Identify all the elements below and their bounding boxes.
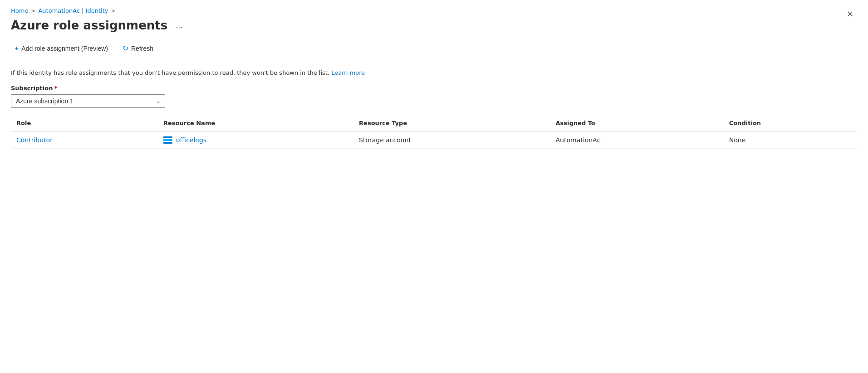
plus-icon: + (15, 44, 19, 53)
role-assignments-table: Role Resource Name Resource Type Assigne… (11, 115, 857, 149)
col-header-assigned-to: Assigned To (550, 115, 724, 131)
close-button[interactable]: ✕ (843, 7, 857, 21)
toolbar: + Add role assignment (Preview) ↻ Refres… (11, 41, 857, 61)
breadcrumb: Home > AutomationAc | Identity > (11, 7, 857, 14)
subscription-dropdown[interactable]: Azure subscription 1 (11, 94, 165, 108)
page-title: Azure role assignments (11, 19, 167, 32)
table-header-row: Role Resource Name Resource Type Assigne… (11, 115, 857, 131)
cell-resource-type: Storage account (353, 131, 550, 149)
add-role-label: Add role assignment (Preview) (21, 45, 108, 52)
info-text-middle: they won't be shown in the list. (237, 69, 329, 76)
cell-condition: None (724, 131, 857, 149)
ellipsis-menu-button[interactable]: ... (172, 19, 186, 32)
col-header-resource-name: Resource Name (158, 115, 353, 131)
refresh-label: Refresh (131, 45, 153, 52)
add-role-assignment-button[interactable]: + Add role assignment (Preview) (11, 42, 112, 55)
storage-account-icon (163, 136, 172, 144)
col-header-condition: Condition (724, 115, 857, 131)
role-link[interactable]: Contributor (16, 136, 53, 144)
breadcrumb-automation[interactable]: AutomationAc | Identity (38, 7, 108, 14)
info-banner: If this identity has role assignments th… (11, 68, 857, 78)
cell-role: Contributor (11, 131, 158, 149)
info-text-before: If this identity has role assignments th… (11, 69, 235, 76)
cell-assigned-to: AutomationAc (550, 131, 724, 149)
learn-more-link[interactable]: Learn more (331, 69, 365, 76)
table-row: ContributorofficelogsStorage accountAuto… (11, 131, 857, 149)
col-header-role: Role (11, 115, 158, 131)
breadcrumb-sep-1: > (31, 8, 35, 14)
col-header-resource-type: Resource Type (353, 115, 550, 131)
cell-resource-name: officelogs (158, 131, 353, 149)
subscription-dropdown-wrapper: Azure subscription 1 ⌄ (11, 94, 165, 108)
breadcrumb-home[interactable]: Home (11, 7, 28, 14)
refresh-icon: ↻ (123, 44, 128, 53)
breadcrumb-sep-2: > (111, 8, 115, 14)
required-indicator: * (54, 85, 57, 92)
resource-name-link[interactable]: officelogs (176, 136, 206, 144)
refresh-button[interactable]: ↻ Refresh (119, 41, 157, 55)
subscription-label: Subscription * (11, 85, 857, 92)
